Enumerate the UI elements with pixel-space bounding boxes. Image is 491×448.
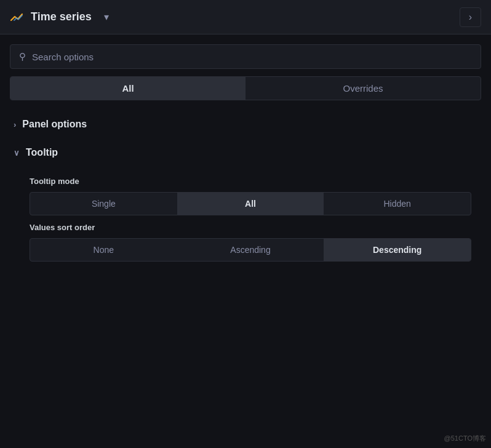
tab-overrides[interactable]: Overrides	[246, 77, 481, 100]
tooltip-chevron-icon: ∨	[14, 148, 20, 158]
panel-options-title: Panel options	[22, 119, 87, 130]
tab-switcher: All Overrides	[10, 76, 481, 100]
sort-order-ascending-btn[interactable]: Ascending	[177, 239, 324, 261]
panel-title: Time series	[31, 10, 92, 23]
watermark: @51CTO博客	[444, 434, 486, 443]
tooltip-mode-btn-group: Single All Hidden	[30, 192, 471, 215]
main-content: ⚲ All Overrides › Panel options ∨ Toolti…	[0, 34, 491, 286]
tooltip-mode-hidden-btn[interactable]: Hidden	[324, 193, 471, 215]
section-tooltip-header[interactable]: ∨ Tooltip	[10, 141, 481, 164]
sort-order-btn-group: None Ascending Descending	[30, 238, 471, 262]
panel-navigate-button[interactable]: ›	[460, 7, 481, 27]
header-left: Time series ▾	[10, 7, 115, 26]
tooltip-mode-label: Tooltip mode	[30, 177, 471, 186]
tab-all[interactable]: All	[10, 77, 246, 100]
chart-icon	[10, 10, 25, 25]
sort-order-descending-btn[interactable]: Descending	[324, 239, 471, 261]
tooltip-title: Tooltip	[26, 147, 58, 158]
header-right: ›	[460, 7, 481, 27]
panel-options-chevron-icon: ›	[14, 120, 16, 129]
title-dropdown-button[interactable]: ▾	[98, 7, 115, 26]
tooltip-mode-single-btn[interactable]: Single	[30, 193, 177, 215]
sort-order-label: Values sort order	[30, 223, 471, 232]
search-icon: ⚲	[19, 51, 26, 62]
tooltip-section-content: Tooltip mode Single All Hidden Values so…	[10, 164, 481, 271]
tooltip-mode-all-btn[interactable]: All	[177, 193, 324, 215]
section-tooltip: ∨ Tooltip Tooltip mode Single All Hidden…	[10, 141, 481, 271]
search-container: ⚲	[10, 44, 481, 69]
section-panel-options-header[interactable]: › Panel options	[10, 113, 481, 136]
header-bar: Time series ▾ ›	[0, 0, 491, 34]
sort-order-none-btn[interactable]: None	[30, 239, 177, 261]
section-panel-options: › Panel options	[10, 113, 481, 136]
search-input[interactable]	[32, 52, 472, 62]
